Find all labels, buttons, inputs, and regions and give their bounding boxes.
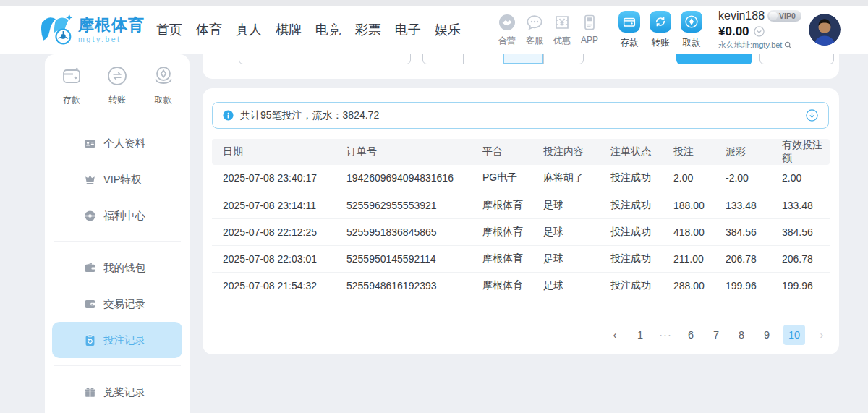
- transfer-icon: [650, 11, 671, 33]
- sidebar-withdraw-button[interactable]: 取款: [144, 64, 183, 106]
- withdraw-outline-icon: [151, 64, 176, 88]
- table-cell: 199.96: [771, 272, 830, 299]
- table-row: 2025-07-08 23:14:115255962955553921摩根体育足…: [212, 192, 830, 218]
- page-button-9[interactable]: 9: [758, 325, 775, 345]
- nav-item-live[interactable]: 真人: [234, 18, 263, 41]
- balance-chevron-down-icon[interactable]: [754, 26, 765, 37]
- table-cell: 2.00: [771, 165, 830, 192]
- table-cell: 2025-07-08 22:03:01: [212, 245, 336, 272]
- username: kevin188: [718, 9, 765, 22]
- table-cell: 足球: [532, 218, 600, 245]
- table-cell: 133.48: [715, 192, 771, 218]
- avatar[interactable]: [809, 14, 841, 46]
- nav-item-sports[interactable]: 体育: [195, 18, 224, 41]
- page-button-6[interactable]: 6: [682, 325, 699, 345]
- sidebar-item-bets[interactable]: 投注记录: [52, 322, 182, 358]
- table-cell: 5255962955553921: [336, 192, 472, 218]
- nav-item-slots[interactable]: 电子: [393, 18, 422, 41]
- logo-icon: [41, 13, 74, 46]
- service-icons-group: 合营客服优惠APP: [494, 13, 603, 47]
- pagination-prev-icon[interactable]: ‹: [606, 325, 624, 345]
- service-support-button[interactable]: 客服: [522, 13, 548, 47]
- page-button-7[interactable]: 7: [707, 325, 725, 345]
- sidebar-item-transactions-label: 交易记录: [103, 297, 145, 311]
- deposit-label: 存款: [615, 37, 644, 49]
- sidebar-item-redeem-label: 兑奖记录: [103, 386, 145, 399]
- sidebar-deposit-button[interactable]: 存款: [52, 64, 91, 106]
- main-nav: 首页体育真人棋牌电竞彩票电子娱乐: [155, 18, 462, 41]
- nav-item-chess[interactable]: 棋牌: [274, 18, 303, 41]
- service-promo-button[interactable]: 优惠: [549, 13, 575, 47]
- pagination: ‹1···678910›: [606, 325, 830, 345]
- bet-records-table: 日期订单号平台投注内容注单状态投注派彩有效投注额 2025-07-08 23:4…: [212, 139, 830, 299]
- table-header-row: 日期订单号平台投注内容注单状态投注派彩有效投注额: [212, 139, 830, 165]
- table-cell: 2025-07-08 21:54:32: [212, 272, 336, 299]
- table-row: 2025-07-08 23:40:171942609694094831616PG…: [212, 165, 830, 192]
- table-header-cell: 订单号: [336, 139, 472, 165]
- sidebar-transfer-button[interactable]: 转账: [98, 64, 137, 106]
- table-cell: 足球: [532, 192, 600, 218]
- nav-item-esports[interactable]: 电竞: [314, 18, 343, 41]
- range-option-3[interactable]: [503, 54, 543, 64]
- service-promo-label: 优惠: [549, 35, 575, 47]
- range-option-4[interactable]: [543, 54, 584, 64]
- expand-icon[interactable]: [806, 109, 818, 122]
- sidebar-item-profile[interactable]: 个人资料: [45, 125, 190, 161]
- withdraw-button[interactable]: 取款: [677, 11, 706, 49]
- transfer-label: 转账: [646, 37, 675, 49]
- table-cell: 2025-07-08 23:14:11: [212, 192, 336, 218]
- page-button-10[interactable]: 10: [783, 325, 805, 345]
- deposit-button[interactable]: 存款: [615, 11, 644, 49]
- phone-icon: [580, 13, 599, 32]
- page-button-8[interactable]: 8: [733, 325, 750, 345]
- yuan-icon: [553, 13, 571, 32]
- sidebar-withdraw-label: 取款: [144, 94, 183, 106]
- date-range-input[interactable]: [239, 54, 411, 64]
- service-app-label: APP: [576, 35, 603, 45]
- table-cell: 投注成功: [600, 218, 663, 245]
- table-cell: 211.00: [663, 245, 715, 272]
- logo[interactable]: 摩根体育 mgty.bet: [41, 13, 145, 46]
- table-cell: 投注成功: [600, 272, 663, 299]
- nav-item-lottery[interactable]: 彩票: [354, 18, 383, 41]
- page-button-1[interactable]: 1: [631, 325, 649, 345]
- sidebar-item-vip-label: VIP特权: [103, 173, 141, 187]
- sidebar-item-wallet[interactable]: 我的钱包: [45, 250, 190, 286]
- sidebar-item-bets-label: 投注记录: [103, 333, 145, 347]
- pagination-next-icon[interactable]: ›: [813, 325, 830, 345]
- service-partner-button[interactable]: 合营: [494, 13, 520, 47]
- table-cell: 足球: [532, 272, 600, 299]
- nav-item-home[interactable]: 首页: [155, 18, 184, 41]
- withdraw-label: 取款: [677, 37, 706, 49]
- sidebar-item-welfare[interactable]: 福利中心: [45, 197, 190, 234]
- transfer-button[interactable]: 转账: [646, 11, 675, 49]
- nav-item-entertainment[interactable]: 娱乐: [433, 18, 462, 41]
- table-cell: 2025-07-08 23:40:17: [212, 165, 336, 192]
- welfare-icon: [83, 209, 97, 223]
- table-cell: 2025-07-08 22:12:25: [212, 218, 336, 245]
- sidebar-item-transactions[interactable]: 交易记录: [45, 286, 190, 322]
- avatar-image: [809, 14, 841, 46]
- wallet-icon: [83, 261, 97, 275]
- range-option-1[interactable]: [423, 54, 463, 64]
- table-cell: 投注成功: [600, 245, 663, 272]
- service-app-button[interactable]: APP: [576, 13, 603, 47]
- logo-subtitle: mgty.bet: [78, 35, 145, 43]
- bet-records-card: 共计95笔投注，流水：3824.72 日期订单号平台投注内容注单状态投注派彩有效…: [203, 88, 839, 354]
- sidebar-item-vip[interactable]: VIP特权: [45, 161, 190, 197]
- user-block: kevin188 VIP0 ¥0.00 永久地址:mgty.bet: [718, 9, 799, 50]
- logo-title: 摩根体育: [78, 17, 145, 34]
- table-cell: 5255951836845865: [336, 218, 472, 245]
- reset-button[interactable]: [760, 54, 834, 64]
- header: 摩根体育 mgty.bet 首页体育真人棋牌电竞彩票电子娱乐 合营客服优惠APP…: [0, 6, 868, 54]
- sidebar: 存款转账取款 个人资料VIP特权福利中心我的钱包交易记录投注记录兑奖记录: [45, 54, 190, 413]
- range-option-2[interactable]: [463, 54, 503, 64]
- table-header-cell: 投注: [663, 139, 715, 165]
- table-cell: 摩根体育: [472, 218, 532, 245]
- table-header-cell: 投注内容: [532, 139, 600, 165]
- search-button[interactable]: [676, 54, 752, 64]
- magnifier-icon[interactable]: [784, 41, 792, 49]
- table-header-cell: 派彩: [715, 139, 771, 165]
- summary-bar: 共计95笔投注，流水：3824.72: [212, 102, 829, 129]
- sidebar-item-redeem[interactable]: 兑奖记录: [45, 374, 190, 410]
